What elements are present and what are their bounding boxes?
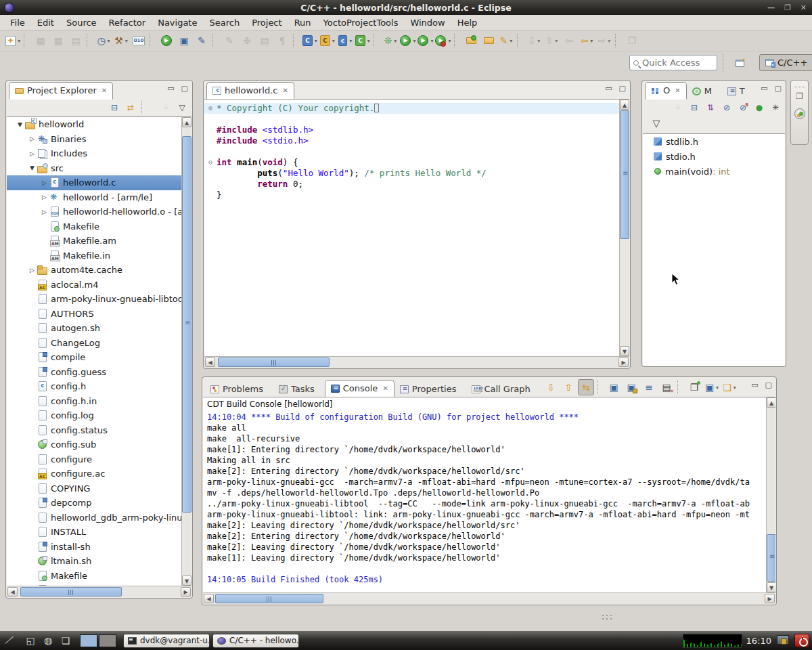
tree-item[interactable]: ChangeLog bbox=[7, 336, 181, 351]
new-class-button[interactable]: C bbox=[355, 32, 371, 49]
pin-editor-button[interactable]: ❐ bbox=[624, 32, 640, 49]
format-button[interactable]: ✎ bbox=[221, 32, 238, 49]
tab-tasks[interactable]: Tasks bbox=[273, 381, 325, 397]
expand-arrow-icon[interactable] bbox=[39, 209, 49, 215]
toolbar-separator[interactable] bbox=[24, 34, 30, 47]
toolbar-separator[interactable] bbox=[615, 34, 621, 47]
debug-button[interactable]: ❊ bbox=[382, 32, 399, 49]
tree-item[interactable]: config.log bbox=[7, 408, 181, 423]
fold-toggle-icon[interactable] bbox=[204, 190, 217, 200]
profile-button[interactable]: ▶ bbox=[435, 32, 451, 49]
fold-toggle-icon[interactable] bbox=[204, 114, 217, 125]
fold-toggle-icon[interactable] bbox=[204, 146, 217, 157]
menu-item[interactable]: Window bbox=[404, 16, 451, 30]
expand-arrow-icon[interactable] bbox=[27, 135, 37, 142]
print-button[interactable]: ▤ bbox=[68, 32, 84, 49]
scroll-up-arrow[interactable]: ▲ bbox=[620, 100, 629, 110]
next-marker-button[interactable]: ⇩ bbox=[543, 379, 559, 395]
fold-toggle-icon[interactable] bbox=[204, 135, 217, 146]
toolbar-separator[interactable] bbox=[87, 34, 93, 47]
restore-window-button[interactable]: ❐ bbox=[784, 4, 791, 12]
scrollbar-thumb[interactable] bbox=[218, 358, 330, 367]
show-desktop-button[interactable]: ◱ bbox=[23, 634, 38, 647]
tree-item[interactable]: helloworld-helloworld.o - [arm bbox=[7, 204, 181, 219]
profile-timer-button[interactable]: ◷ bbox=[95, 32, 112, 49]
expand-arrow-icon[interactable] bbox=[27, 165, 37, 171]
drag-grip[interactable] bbox=[794, 82, 805, 87]
workspace-2[interactable] bbox=[99, 634, 116, 647]
link-with-editor-button[interactable]: ⇄ bbox=[124, 101, 137, 114]
toolbar-separator[interactable] bbox=[677, 381, 683, 394]
show-whitespace-button[interactable]: ¶ bbox=[274, 32, 290, 49]
tree-item[interactable]: Makefile bbox=[7, 569, 181, 584]
scrollbar-thumb[interactable] bbox=[620, 110, 629, 239]
tab-make-targets[interactable]: M bbox=[687, 83, 722, 100]
minimize-view-button[interactable]: ▭ bbox=[751, 381, 758, 389]
tree-item[interactable]: aclocal.m4 bbox=[7, 278, 181, 292]
horizontal-scrollbar[interactable]: ◀ ▶ bbox=[7, 586, 191, 597]
tree-item[interactable]: helloworld.c bbox=[7, 175, 181, 190]
remote-console-button[interactable]: ▣ bbox=[176, 32, 192, 49]
tree-item[interactable]: Makefile bbox=[7, 219, 181, 234]
toolbar-separator[interactable] bbox=[374, 34, 380, 47]
maximize-view-button[interactable]: ▢ bbox=[765, 381, 772, 389]
scrollbar-thumb[interactable] bbox=[182, 136, 191, 513]
new-c-project-button[interactable]: C bbox=[302, 32, 318, 49]
tab-properties[interactable]: Properties bbox=[394, 381, 467, 397]
toolbar-separator[interactable] bbox=[454, 34, 460, 47]
tab-problems[interactable]: Problems bbox=[205, 381, 273, 397]
close-view-icon[interactable]: ✕ bbox=[675, 87, 680, 94]
go-into-button[interactable]: ⇧ bbox=[543, 32, 560, 49]
fold-toggle-icon[interactable] bbox=[204, 168, 217, 179]
fold-toggle-icon[interactable] bbox=[204, 125, 217, 135]
expand-arrow-icon[interactable] bbox=[27, 150, 37, 157]
app-menu-button[interactable] bbox=[3, 634, 20, 647]
indexer-button[interactable]: ✎ bbox=[194, 32, 210, 49]
scrollbar-thumb[interactable] bbox=[215, 594, 323, 603]
last-edit-location-button[interactable]: ⇩ bbox=[526, 32, 542, 49]
close-window-button[interactable]: ✕ bbox=[800, 4, 807, 12]
console-output[interactable]: 14:10:04 **** Build of configuration Bui… bbox=[203, 410, 766, 592]
scroll-right-arrow[interactable]: ▶ bbox=[618, 358, 629, 367]
tree-item[interactable]: ltmain.sh bbox=[7, 554, 181, 569]
vertical-scrollbar[interactable]: ▲ ▼ bbox=[619, 100, 629, 356]
build-all-button[interactable]: ⚒ bbox=[113, 32, 129, 49]
toolbar-separator[interactable] bbox=[150, 34, 156, 47]
save-button[interactable]: ▦ bbox=[32, 32, 49, 49]
scroll-down-arrow[interactable]: ▼ bbox=[620, 346, 629, 356]
minimize-view-button[interactable]: ▭ bbox=[605, 84, 612, 93]
menu-item[interactable]: Navigate bbox=[152, 16, 203, 30]
minimize-view-button[interactable]: ▭ bbox=[167, 84, 174, 93]
tab-console[interactable]: Console ✕ bbox=[325, 380, 394, 397]
tree-item[interactable]: install-sh bbox=[7, 540, 181, 555]
scroll-up-arrow[interactable]: ▲ bbox=[182, 117, 191, 127]
tree-item[interactable]: helloworld - [arm/le] bbox=[7, 190, 181, 205]
outline-filters-button[interactable]: ⁘ bbox=[671, 101, 685, 114]
hide-inactive-button[interactable]: ✳ bbox=[769, 101, 782, 114]
outline-item[interactable]: stdio.h bbox=[643, 149, 785, 164]
tree-item[interactable]: Includes bbox=[7, 146, 181, 161]
menu-item[interactable]: Project bbox=[246, 16, 288, 30]
clear-console-button[interactable]: ▤ bbox=[658, 379, 675, 395]
tab-call-graph[interactable]: Call Graph bbox=[466, 381, 540, 397]
expand-arrow-icon[interactable] bbox=[39, 194, 49, 200]
menu-item[interactable]: Refactor bbox=[103, 16, 152, 30]
expand-arrow-icon[interactable] bbox=[39, 179, 49, 186]
toolbar-separator[interactable] bbox=[212, 34, 219, 47]
hide-fields-button[interactable]: ⊘ bbox=[720, 101, 734, 114]
code-editor[interactable]: ⊕ * Copyright (C) Your copyright. #inclu… bbox=[204, 100, 619, 356]
tree-item[interactable]: config.h bbox=[7, 379, 181, 394]
tree-item[interactable]: arm-poky-linux-gnueabi-libtool bbox=[7, 292, 181, 307]
toolbar-separator[interactable] bbox=[597, 381, 603, 394]
maximize-view-button[interactable]: ▢ bbox=[775, 84, 782, 93]
status-bar-grip[interactable] bbox=[602, 613, 614, 622]
scrollbar-thumb[interactable] bbox=[767, 534, 775, 582]
run-coverage-button[interactable]: ▶ bbox=[418, 32, 434, 49]
scroll-lock-button[interactable]: ▣ bbox=[623, 379, 639, 395]
minimized-view-button[interactable] bbox=[791, 105, 808, 123]
minimize-window-button[interactable]: — bbox=[767, 4, 775, 12]
scroll-up-arrow[interactable]: ▲ bbox=[767, 397, 775, 408]
tab-project-explorer[interactable]: Project Explorer ✕ bbox=[9, 82, 113, 100]
horizontal-scrollbar[interactable]: ◀ ▶ bbox=[204, 356, 629, 368]
tree-item[interactable]: depcomp bbox=[7, 496, 181, 511]
